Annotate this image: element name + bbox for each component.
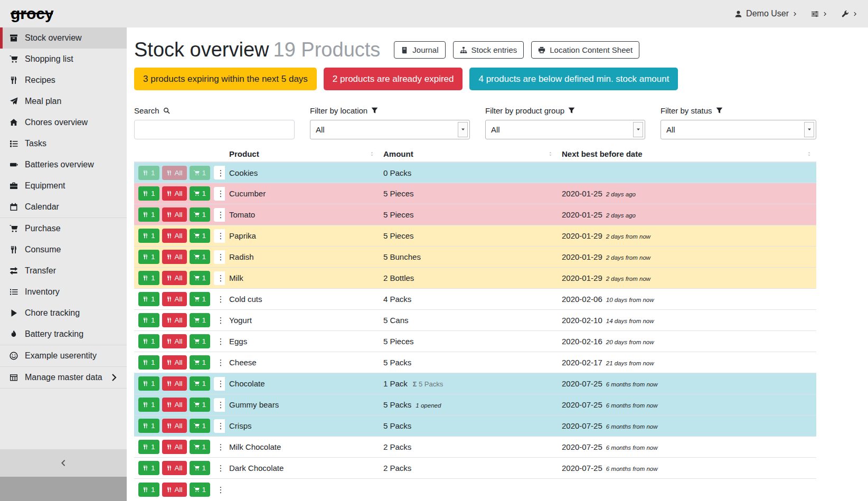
consume-all-button[interactable]: All xyxy=(162,376,187,391)
row-menu-button[interactable]: ⋮ xyxy=(214,166,225,179)
consume-all-button[interactable]: All xyxy=(162,461,187,475)
consume-all-button[interactable]: All xyxy=(162,292,187,306)
consume-all-button[interactable]: All xyxy=(162,313,187,327)
row-menu-button[interactable]: ⋮ xyxy=(214,483,225,496)
sidebar-item-tasks[interactable]: Tasks xyxy=(0,133,127,154)
status-filter-select[interactable]: All xyxy=(661,120,816,139)
consume-all-button[interactable]: All xyxy=(162,334,187,348)
sidebar-item-chore-tracking[interactable]: Chore tracking xyxy=(0,303,127,324)
consume-one-button[interactable]: 1 xyxy=(138,250,159,264)
add-to-shopping-list-button[interactable]: 1 xyxy=(190,334,211,348)
sidebar-item-battery-tracking[interactable]: Battery tracking xyxy=(0,324,127,345)
grocy-logo[interactable]: grocy xyxy=(11,6,54,22)
product-group-filter-select[interactable]: All xyxy=(485,120,645,139)
settings-menu[interactable] xyxy=(811,10,827,18)
row-menu-button[interactable]: ⋮ xyxy=(214,377,225,391)
search-input[interactable] xyxy=(134,120,295,139)
next-best-before-date-column-header[interactable]: Next best before date xyxy=(558,146,816,162)
row-menu-button[interactable]: ⋮ xyxy=(214,314,225,327)
add-to-shopping-list-button[interactable]: 1 xyxy=(190,440,211,454)
sort-icon[interactable] xyxy=(806,151,812,157)
stock-entries-button[interactable]: Stock entries xyxy=(453,41,524,59)
add-to-shopping-list-button[interactable]: 1 xyxy=(190,186,211,201)
sidebar-item-meal-plan[interactable]: Meal plan xyxy=(0,91,127,112)
sidebar-item-consume[interactable]: Consume xyxy=(0,239,127,260)
sidebar-collapse-button[interactable] xyxy=(0,449,127,477)
consume-one-button[interactable]: 1 xyxy=(138,313,159,327)
row-menu-button[interactable]: ⋮ xyxy=(214,419,225,433)
consume-one-button[interactable]: 1 xyxy=(138,483,159,497)
add-to-shopping-list-button[interactable]: 1 xyxy=(190,398,211,412)
amount-column-header[interactable]: Amount xyxy=(379,146,558,162)
add-to-shopping-list-button[interactable]: 1 xyxy=(190,229,211,243)
sort-icon[interactable] xyxy=(548,151,553,157)
location-filter-select[interactable]: All xyxy=(310,120,470,139)
consume-one-button[interactable]: 1 xyxy=(138,186,159,201)
add-to-shopping-list-button[interactable]: 1 xyxy=(190,250,211,264)
row-menu-button[interactable]: ⋮ xyxy=(214,398,225,412)
row-menu-button[interactable]: ⋮ xyxy=(214,208,225,222)
consume-all-button[interactable]: All xyxy=(162,229,187,243)
consume-one-button[interactable]: 1 xyxy=(138,292,159,306)
sidebar-item-transfer[interactable]: Transfer xyxy=(0,260,127,281)
consume-one-button[interactable]: 1 xyxy=(138,440,159,454)
consume-all-button[interactable]: All xyxy=(162,419,187,433)
add-to-shopping-list-button[interactable]: 1 xyxy=(190,355,211,370)
consume-all-button[interactable]: All xyxy=(162,440,187,454)
add-to-shopping-list-button[interactable]: 1 xyxy=(190,207,211,222)
consume-one-button[interactable]: 1 xyxy=(138,461,159,475)
consume-all-button[interactable]: All xyxy=(162,186,187,201)
consume-one-button[interactable]: 1 xyxy=(138,166,159,180)
sidebar-item-chores-overview[interactable]: Chores overview xyxy=(0,112,127,133)
sidebar-item-batteries-overview[interactable]: Batteries overview xyxy=(0,154,127,175)
row-menu-button[interactable]: ⋮ xyxy=(214,250,225,264)
add-to-shopping-list-button[interactable]: 1 xyxy=(190,292,211,306)
consume-all-button[interactable]: All xyxy=(162,398,187,412)
consume-all-button[interactable]: All xyxy=(162,355,187,370)
row-menu-button[interactable]: ⋮ xyxy=(214,440,225,454)
location-content-sheet-button[interactable]: Location Content Sheet xyxy=(531,41,639,59)
consume-one-button[interactable]: 1 xyxy=(138,398,159,412)
sidebar-item-inventory[interactable]: Inventory xyxy=(0,281,127,303)
consume-one-button[interactable]: 1 xyxy=(138,229,159,243)
consume-all-button[interactable]: All xyxy=(162,483,187,497)
user-menu[interactable]: Demo User xyxy=(734,9,797,18)
row-menu-button[interactable]: ⋮ xyxy=(214,292,225,306)
consume-one-button[interactable]: 1 xyxy=(138,355,159,370)
consume-all-button[interactable]: All xyxy=(162,250,187,264)
row-menu-button[interactable]: ⋮ xyxy=(214,187,225,201)
sidebar-item-stock-overview[interactable]: Stock overview xyxy=(0,27,127,49)
add-to-shopping-list-button[interactable]: 1 xyxy=(190,166,211,180)
add-to-shopping-list-button[interactable]: 1 xyxy=(190,419,211,433)
add-to-shopping-list-button[interactable]: 1 xyxy=(190,271,211,285)
alert-expiring[interactable]: 3 products expiring within the next 5 da… xyxy=(134,68,317,90)
sidebar-item-example-userentity[interactable]: Example userentity xyxy=(0,345,127,366)
consume-one-button[interactable]: 1 xyxy=(138,271,159,285)
consume-all-button[interactable]: All xyxy=(162,166,187,180)
sidebar-item-recipes[interactable]: Recipes xyxy=(0,70,127,91)
row-menu-button[interactable]: ⋮ xyxy=(214,229,225,243)
journal-button[interactable]: Journal xyxy=(394,41,445,59)
consume-all-button[interactable]: All xyxy=(162,207,187,222)
row-menu-button[interactable]: ⋮ xyxy=(214,335,225,348)
add-to-shopping-list-button[interactable]: 1 xyxy=(190,461,211,475)
add-to-shopping-list-button[interactable]: 1 xyxy=(190,376,211,391)
sidebar-item-manage-master-data[interactable]: Manage master data xyxy=(0,366,127,389)
add-to-shopping-list-button[interactable]: 1 xyxy=(190,313,211,327)
consume-one-button[interactable]: 1 xyxy=(138,419,159,433)
admin-menu[interactable] xyxy=(841,10,857,18)
sidebar-item-calendar[interactable]: Calendar xyxy=(0,196,127,218)
alert-expired[interactable]: 2 products are already expired xyxy=(324,68,463,90)
sidebar-item-purchase[interactable]: Purchase xyxy=(0,218,127,239)
consume-one-button[interactable]: 1 xyxy=(138,376,159,391)
row-menu-button[interactable]: ⋮ xyxy=(214,271,225,285)
alert-below-min-stock[interactable]: 4 products are below defined min. stock … xyxy=(469,68,678,90)
sort-icon[interactable] xyxy=(369,151,375,157)
consume-all-button[interactable]: All xyxy=(162,271,187,285)
sidebar-item-shopping-list[interactable]: Shopping list xyxy=(0,49,127,70)
consume-one-button[interactable]: 1 xyxy=(138,334,159,348)
row-menu-button[interactable]: ⋮ xyxy=(214,356,225,370)
consume-one-button[interactable]: 1 xyxy=(138,207,159,222)
sidebar-item-equipment[interactable]: Equipment xyxy=(0,175,127,196)
product-column-header[interactable]: Product xyxy=(225,146,379,162)
